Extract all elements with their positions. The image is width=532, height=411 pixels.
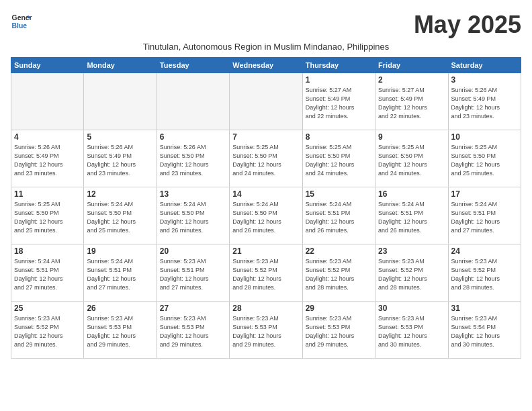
day-number: 21 xyxy=(232,246,299,256)
weekday-sunday: Sunday xyxy=(11,58,84,73)
calendar-cell: 25Sunrise: 5:23 AM Sunset: 5:52 PM Dayli… xyxy=(11,302,84,359)
calendar-body: 1Sunrise: 5:27 AM Sunset: 5:49 PM Daylig… xyxy=(11,73,521,359)
calendar-cell: 13Sunrise: 5:24 AM Sunset: 5:50 PM Dayli… xyxy=(157,187,229,244)
day-info: Sunrise: 5:24 AM Sunset: 5:50 PM Dayligh… xyxy=(87,200,153,235)
day-info: Sunrise: 5:24 AM Sunset: 5:51 PM Dayligh… xyxy=(306,200,372,235)
day-info: Sunrise: 5:26 AM Sunset: 5:49 PM Dayligh… xyxy=(451,86,518,121)
day-info: Sunrise: 5:27 AM Sunset: 5:49 PM Dayligh… xyxy=(378,86,445,121)
calendar-cell: 26Sunrise: 5:23 AM Sunset: 5:53 PM Dayli… xyxy=(84,302,157,359)
day-number: 12 xyxy=(87,189,153,199)
weekday-header-row: SundayMondayTuesdayWednesdayThursdayFrid… xyxy=(11,58,521,73)
day-number: 6 xyxy=(160,132,226,142)
day-number: 5 xyxy=(87,132,153,142)
calendar-cell: 14Sunrise: 5:24 AM Sunset: 5:50 PM Dayli… xyxy=(230,187,302,244)
weekday-wednesday: Wednesday xyxy=(230,58,302,73)
day-number: 4 xyxy=(14,132,81,142)
page-header: General Blue May 2025 xyxy=(11,11,521,39)
weekday-monday: Monday xyxy=(84,58,157,73)
day-number: 18 xyxy=(14,246,81,256)
day-number: 16 xyxy=(378,189,445,199)
calendar-cell xyxy=(157,73,229,130)
day-info: Sunrise: 5:23 AM Sunset: 5:53 PM Dayligh… xyxy=(306,314,372,349)
day-info: Sunrise: 5:27 AM Sunset: 5:49 PM Dayligh… xyxy=(306,86,372,121)
calendar-cell: 9Sunrise: 5:25 AM Sunset: 5:50 PM Daylig… xyxy=(375,130,448,187)
logo: General Blue xyxy=(11,11,32,32)
weekday-thursday: Thursday xyxy=(302,58,375,73)
calendar-cell: 6Sunrise: 5:26 AM Sunset: 5:50 PM Daylig… xyxy=(157,130,229,187)
calendar-table: SundayMondayTuesdayWednesdayThursdayFrid… xyxy=(11,57,521,359)
day-number: 24 xyxy=(451,246,518,256)
calendar-cell: 24Sunrise: 5:23 AM Sunset: 5:52 PM Dayli… xyxy=(448,244,521,302)
day-info: Sunrise: 5:26 AM Sunset: 5:49 PM Dayligh… xyxy=(14,143,81,178)
day-info: Sunrise: 5:25 AM Sunset: 5:50 PM Dayligh… xyxy=(378,143,445,178)
calendar-cell: 30Sunrise: 5:23 AM Sunset: 5:53 PM Dayli… xyxy=(375,302,448,359)
calendar-subtitle: Tinutulan, Autonomous Region in Muslim M… xyxy=(11,42,521,52)
day-info: Sunrise: 5:25 AM Sunset: 5:50 PM Dayligh… xyxy=(232,143,299,178)
calendar-cell: 27Sunrise: 5:23 AM Sunset: 5:53 PM Dayli… xyxy=(157,302,229,359)
calendar-cell: 7Sunrise: 5:25 AM Sunset: 5:50 PM Daylig… xyxy=(230,130,302,187)
day-info: Sunrise: 5:24 AM Sunset: 5:51 PM Dayligh… xyxy=(378,200,445,235)
calendar-cell: 21Sunrise: 5:23 AM Sunset: 5:52 PM Dayli… xyxy=(230,244,302,302)
week-row-4: 18Sunrise: 5:24 AM Sunset: 5:51 PM Dayli… xyxy=(11,244,521,302)
day-number: 7 xyxy=(232,132,299,142)
day-info: Sunrise: 5:25 AM Sunset: 5:50 PM Dayligh… xyxy=(451,143,518,178)
month-title: May 2025 xyxy=(414,11,521,39)
day-info: Sunrise: 5:26 AM Sunset: 5:49 PM Dayligh… xyxy=(87,143,153,178)
calendar-cell: 11Sunrise: 5:25 AM Sunset: 5:50 PM Dayli… xyxy=(11,187,84,244)
weekday-saturday: Saturday xyxy=(448,58,521,73)
day-info: Sunrise: 5:23 AM Sunset: 5:53 PM Dayligh… xyxy=(87,314,153,349)
day-info: Sunrise: 5:23 AM Sunset: 5:52 PM Dayligh… xyxy=(378,257,445,292)
day-number: 29 xyxy=(306,304,372,313)
calendar-cell: 15Sunrise: 5:24 AM Sunset: 5:51 PM Dayli… xyxy=(302,187,375,244)
day-number: 19 xyxy=(87,246,153,256)
calendar-cell xyxy=(84,73,157,130)
day-info: Sunrise: 5:23 AM Sunset: 5:52 PM Dayligh… xyxy=(306,257,372,292)
day-number: 31 xyxy=(451,304,518,313)
day-number: 22 xyxy=(306,246,372,256)
day-info: Sunrise: 5:23 AM Sunset: 5:53 PM Dayligh… xyxy=(160,314,226,349)
calendar-cell: 31Sunrise: 5:23 AM Sunset: 5:54 PM Dayli… xyxy=(448,302,521,359)
calendar-cell: 17Sunrise: 5:24 AM Sunset: 5:51 PM Dayli… xyxy=(448,187,521,244)
logo-icon: General Blue xyxy=(11,11,32,32)
day-info: Sunrise: 5:23 AM Sunset: 5:52 PM Dayligh… xyxy=(14,314,81,349)
day-number: 30 xyxy=(378,304,445,313)
calendar-cell: 29Sunrise: 5:23 AM Sunset: 5:53 PM Dayli… xyxy=(302,302,375,359)
day-number: 1 xyxy=(306,75,372,85)
day-number: 10 xyxy=(451,132,518,142)
day-number: 20 xyxy=(160,246,226,256)
week-row-3: 11Sunrise: 5:25 AM Sunset: 5:50 PM Dayli… xyxy=(11,187,521,244)
calendar-cell: 3Sunrise: 5:26 AM Sunset: 5:49 PM Daylig… xyxy=(448,73,521,130)
day-info: Sunrise: 5:23 AM Sunset: 5:53 PM Dayligh… xyxy=(378,314,445,349)
day-number: 28 xyxy=(232,304,299,313)
day-number: 23 xyxy=(378,246,445,256)
day-info: Sunrise: 5:24 AM Sunset: 5:51 PM Dayligh… xyxy=(14,257,81,292)
calendar-cell: 16Sunrise: 5:24 AM Sunset: 5:51 PM Dayli… xyxy=(375,187,448,244)
calendar-cell: 22Sunrise: 5:23 AM Sunset: 5:52 PM Dayli… xyxy=(302,244,375,302)
weekday-tuesday: Tuesday xyxy=(157,58,229,73)
day-number: 15 xyxy=(306,189,372,199)
weekday-friday: Friday xyxy=(375,58,448,73)
day-info: Sunrise: 5:25 AM Sunset: 5:50 PM Dayligh… xyxy=(306,143,372,178)
svg-text:Blue: Blue xyxy=(12,22,28,30)
day-info: Sunrise: 5:24 AM Sunset: 5:51 PM Dayligh… xyxy=(451,200,518,235)
day-info: Sunrise: 5:23 AM Sunset: 5:53 PM Dayligh… xyxy=(232,314,299,349)
calendar-cell: 1Sunrise: 5:27 AM Sunset: 5:49 PM Daylig… xyxy=(302,73,375,130)
day-number: 3 xyxy=(451,75,518,85)
day-info: Sunrise: 5:23 AM Sunset: 5:52 PM Dayligh… xyxy=(232,257,299,292)
calendar-cell: 20Sunrise: 5:23 AM Sunset: 5:51 PM Dayli… xyxy=(157,244,229,302)
day-info: Sunrise: 5:24 AM Sunset: 5:50 PM Dayligh… xyxy=(160,200,226,235)
week-row-1: 1Sunrise: 5:27 AM Sunset: 5:49 PM Daylig… xyxy=(11,73,521,130)
calendar-cell: 28Sunrise: 5:23 AM Sunset: 5:53 PM Dayli… xyxy=(230,302,302,359)
calendar-cell: 8Sunrise: 5:25 AM Sunset: 5:50 PM Daylig… xyxy=(302,130,375,187)
day-info: Sunrise: 5:23 AM Sunset: 5:51 PM Dayligh… xyxy=(160,257,226,292)
day-info: Sunrise: 5:26 AM Sunset: 5:50 PM Dayligh… xyxy=(160,143,226,178)
day-number: 17 xyxy=(451,189,518,199)
day-number: 8 xyxy=(306,132,372,142)
calendar-cell: 12Sunrise: 5:24 AM Sunset: 5:50 PM Dayli… xyxy=(84,187,157,244)
week-row-5: 25Sunrise: 5:23 AM Sunset: 5:52 PM Dayli… xyxy=(11,302,521,359)
day-number: 14 xyxy=(232,189,299,199)
day-info: Sunrise: 5:24 AM Sunset: 5:51 PM Dayligh… xyxy=(87,257,153,292)
calendar-cell: 19Sunrise: 5:24 AM Sunset: 5:51 PM Dayli… xyxy=(84,244,157,302)
calendar-cell: 2Sunrise: 5:27 AM Sunset: 5:49 PM Daylig… xyxy=(375,73,448,130)
calendar-cell: 4Sunrise: 5:26 AM Sunset: 5:49 PM Daylig… xyxy=(11,130,84,187)
